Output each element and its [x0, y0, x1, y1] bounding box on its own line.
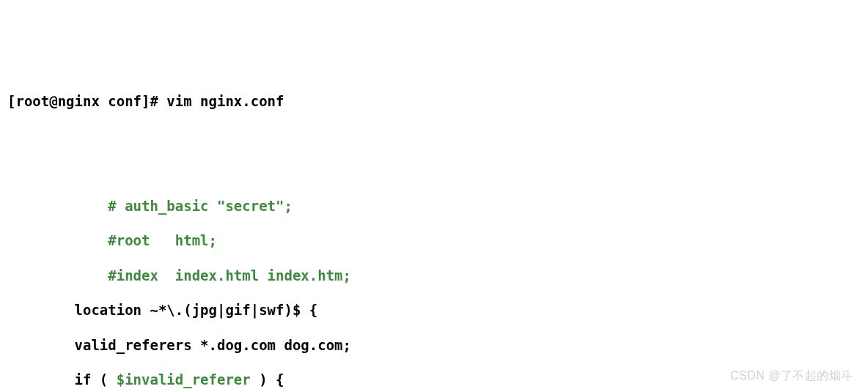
code-line: location ~*\.(jpg|gif|swf)$ { [7, 302, 861, 319]
code-line: #index index.html index.htm; [7, 267, 861, 285]
code-line: valid_referers *.dog.com dog.com; [7, 337, 861, 355]
comment-text: #root html; [7, 232, 217, 248]
comment-text: #index index.html index.htm; [7, 267, 351, 284]
code-line: #root html; [7, 232, 861, 250]
comment-text: # auth_basic "secret"; [7, 198, 293, 214]
blank-line [7, 127, 861, 145]
directive-text: location ~*\.(jpg|gif|swf)$ { [7, 302, 317, 318]
directive-text: valid_referers *.dog.com dog.com; [7, 337, 351, 353]
variable-text: $invalid_referer [117, 371, 251, 388]
directive-text: ) { [251, 371, 284, 388]
watermark-text: CSDN @了不起的烟斗 [730, 368, 853, 383]
directive-text: if ( [7, 371, 117, 388]
blank-line [7, 163, 861, 180]
terminal-output: [root@nginx conf]# vim nginx.conf # auth… [7, 75, 861, 389]
code-line: # auth_basic "secret"; [7, 198, 861, 215]
shell-prompt: [root@nginx conf]# vim nginx.conf [7, 93, 861, 111]
